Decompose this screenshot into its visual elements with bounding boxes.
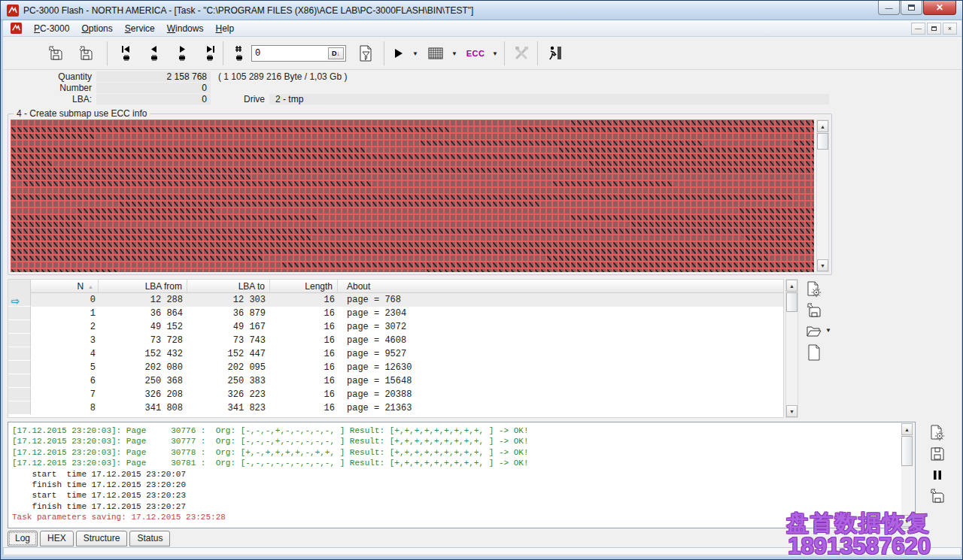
cell-to: 73 743	[187, 334, 266, 347]
mdi-restore-icon	[931, 26, 937, 31]
cell-len: 16	[270, 307, 335, 320]
prev-chip-button[interactable]	[141, 41, 168, 66]
open-submap-button[interactable]: ▼	[804, 322, 824, 341]
cell-to: 12 303	[187, 293, 266, 307]
tab-hex[interactable]: HEX	[40, 531, 74, 546]
map-scroll-thumb[interactable]	[817, 133, 828, 150]
log-scrollbar[interactable]: ▲ ▼	[901, 423, 914, 527]
log-line: [17.12.2015 23:20:03]: Page 30777 : Org:…	[12, 436, 529, 446]
tab-structure[interactable]: Structure	[76, 531, 128, 546]
minimize-button[interactable]: —	[878, 1, 900, 15]
goto-chip-number-button[interactable]	[226, 41, 253, 66]
new-submap-button[interactable]	[804, 344, 824, 362]
ecc-mode-button[interactable]: ECC	[463, 41, 488, 66]
next-chip-button[interactable]	[169, 41, 196, 66]
table-row[interactable]: 5202 080202 09516page = 12630	[8, 361, 783, 374]
cell-n: 4	[31, 347, 96, 361]
exit-task-button[interactable]	[542, 41, 569, 66]
log-scroll-up-icon[interactable]: ▲	[901, 423, 913, 435]
first-chip-button[interactable]	[113, 41, 140, 66]
build-submap-button[interactable]	[804, 280, 824, 298]
tab-status[interactable]: Status	[129, 531, 170, 546]
table-row[interactable]: 7326 208326 22316page = 20388	[8, 388, 783, 401]
menu-pc3000[interactable]: PC-3000	[28, 22, 75, 35]
table-row[interactable]: ⇨012 28812 30316page = 768	[8, 293, 783, 307]
log-settings-button[interactable]	[928, 424, 947, 442]
table-row[interactable]: 4152 432152 44716page = 9527	[8, 347, 783, 361]
ecc-dropdown[interactable]: ▼	[489, 41, 501, 66]
table-row[interactable]: 136 86436 87916page = 2304	[8, 307, 783, 320]
restore-button[interactable]	[901, 1, 922, 15]
menu-options[interactable]: Options	[75, 22, 118, 35]
save-map-out-button[interactable]	[42, 41, 69, 66]
menu-windows[interactable]: Windows	[161, 22, 210, 35]
ecc-defect-map[interactable]	[11, 120, 814, 272]
cell-n: 3	[31, 334, 96, 347]
log-export-button[interactable]	[928, 487, 947, 505]
log-save-button[interactable]	[928, 445, 947, 463]
last-chip-button[interactable]	[196, 41, 223, 66]
col-length[interactable]: Length	[270, 280, 338, 293]
save-map-in-button[interactable]	[72, 41, 99, 66]
tools-button[interactable]	[509, 41, 536, 66]
map-view-dropdown[interactable]: ▼	[448, 41, 460, 66]
cell-about: page = 768	[347, 293, 768, 307]
cell-about: page = 12630	[347, 361, 768, 374]
table-row[interactable]: 249 15249 16716page = 3072	[8, 320, 783, 334]
table-scroll-thumb[interactable]	[786, 292, 797, 312]
prev-chip-icon	[145, 44, 163, 62]
row-gutter	[8, 374, 31, 388]
header-gutter	[8, 280, 31, 293]
log-pause-button[interactable]	[928, 466, 947, 484]
floppy-arrow-out-icon	[47, 44, 65, 62]
task-icon	[11, 23, 22, 34]
map-view-button[interactable]	[424, 41, 447, 66]
col-lba-from[interactable]: LBA from	[99, 280, 187, 293]
folder-open-icon	[805, 322, 823, 341]
quantity-bytes: ( 1 105 289 216 Byte / 1,03 Gb )	[218, 71, 347, 82]
table-scroll-up-icon[interactable]: ▲	[786, 280, 797, 292]
log-scroll-down-icon[interactable]: ▼	[901, 515, 913, 527]
row-gutter	[8, 307, 31, 320]
map-scroll-up-icon[interactable]: ▲	[817, 120, 828, 132]
log-panel[interactable]: [17.12.2015 23:20:03]: Page 30776 : Org:…	[8, 422, 916, 528]
col-n[interactable]: N▲	[31, 280, 99, 293]
exit-door-icon	[546, 44, 564, 62]
col-lba-to[interactable]: LBA to	[187, 280, 270, 293]
col-about[interactable]: About	[338, 280, 784, 293]
mdi-close-button[interactable]: ×	[943, 23, 957, 35]
cell-n: 1	[31, 307, 96, 320]
cell-n: 8	[31, 401, 96, 415]
export-submap-button[interactable]	[804, 301, 824, 319]
cell-len: 16	[270, 293, 335, 307]
log-scroll-thumb[interactable]	[901, 436, 913, 466]
title-bar[interactable]: PC-3000 Flash - NORTH AMERICA - [Task - …	[1, 1, 962, 20]
start-dropdown[interactable]: ▼	[409, 41, 421, 66]
close-button[interactable]: ✕	[923, 1, 956, 15]
table-scrollbar[interactable]: ▲ ▼	[785, 279, 798, 418]
table-row[interactable]: 8341 808341 82316page = 21363	[8, 401, 783, 415]
cell-from: 152 432	[99, 347, 183, 361]
mdi-minimize-button[interactable]: —	[911, 23, 925, 35]
app-window: PC-3000 Flash - NORTH AMERICA - [Task - …	[0, 0, 963, 560]
cell-about: page = 3072	[347, 320, 768, 334]
mdi-restore-button[interactable]	[927, 23, 941, 35]
table-row[interactable]: 373 72873 74316page = 4608	[8, 334, 783, 347]
log-line: start time 17.12.2015 23:20:23	[12, 490, 529, 501]
table-row[interactable]: 6250 368250 38316page = 15648	[8, 374, 783, 388]
map-scrollbar[interactable]: ▲ ▼	[816, 120, 829, 272]
window-title: PC-3000 Flash - NORTH AMERICA - [Task - …	[23, 5, 473, 16]
tab-log[interactable]: Log	[8, 531, 38, 546]
map-scroll-down-icon[interactable]: ▼	[817, 259, 828, 271]
menu-help[interactable]: Help	[209, 22, 240, 35]
menu-service[interactable]: Service	[119, 22, 161, 35]
open-submap-dropdown[interactable]: ▼	[825, 327, 831, 334]
page-filter-button[interactable]	[352, 41, 379, 66]
cell-len: 16	[270, 361, 335, 374]
row-gutter	[8, 388, 31, 401]
page-filter-icon	[357, 44, 375, 62]
dec-format-button[interactable]: D↓	[328, 47, 344, 59]
table-scroll-down-icon[interactable]: ▼	[786, 405, 797, 417]
start-button[interactable]	[388, 41, 408, 66]
cell-to: 250 383	[187, 374, 266, 388]
